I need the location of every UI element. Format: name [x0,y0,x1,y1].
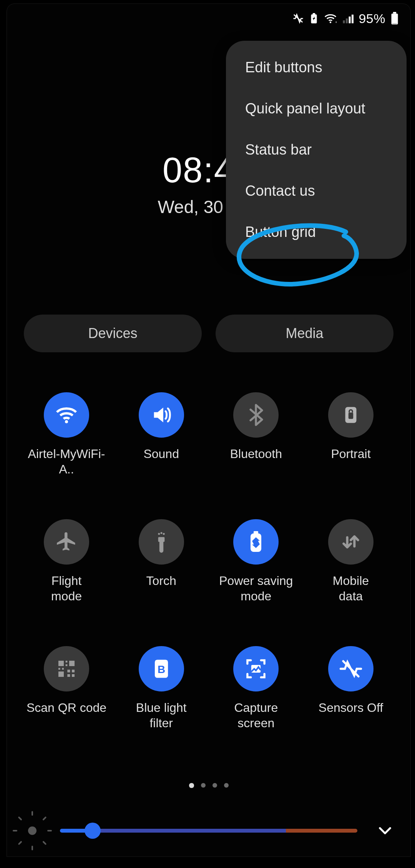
toggle-power-saving-label: Power saving mode [219,573,293,604]
toggle-qr-scan[interactable]: Scan QR code [22,646,111,731]
activity-icon [292,13,304,24]
brightness-slider[interactable] [60,829,357,833]
media-button[interactable]: Media [216,315,393,352]
toggle-capture-label: Capture screen [234,700,278,731]
brightness-slider-thumb[interactable] [85,823,101,839]
svg-rect-20 [58,661,64,666]
page-dot-2 [201,783,206,788]
svg-point-16 [160,532,162,534]
menu-status-bar[interactable]: Status bar [226,129,407,170]
toggle-capture-screen[interactable]: Capture screen [212,646,300,731]
svg-rect-4 [343,20,345,23]
svg-rect-10 [392,23,397,24]
toggle-bluetooth[interactable]: Bluetooth [212,392,300,477]
toggle-rotation[interactable]: Portrait [307,392,395,477]
svg-rect-21 [69,661,75,666]
battery-saver-icon [309,13,319,24]
wifi-toggle-icon [44,392,89,438]
menu-edit-buttons-label: Edit buttons [245,59,322,75]
toggle-rotation-label: Portrait [331,446,370,461]
pill-row: Devices Media [24,315,393,352]
svg-rect-22 [58,671,64,677]
svg-rect-19 [254,531,258,534]
quick-toggle-grid: Airtel-MyWiFi-A.. Sound [7,392,410,731]
devices-label: Devices [88,325,137,342]
expand-brightness-button[interactable] [375,821,395,841]
toggle-row-1: Flight mode Torch [22,519,395,604]
blue-light-icon: B [139,646,184,691]
toggle-flight-label: Flight mode [51,573,82,604]
page-dot-3 [212,783,217,788]
torch-icon [139,519,184,565]
svg-point-2 [330,22,332,23]
auto-brightness-icon[interactable] [22,821,42,841]
menu-contact-us-label: Contact us [245,183,315,199]
devices-button[interactable]: Devices [24,315,202,352]
svg-rect-29 [58,668,60,670]
svg-point-15 [158,533,160,535]
svg-rect-27 [66,661,68,663]
airplane-icon [44,519,89,565]
page-dot-4 [224,783,229,788]
toggle-mobile-data[interactable]: Mobile data [307,519,395,604]
quick-panel-context-menu: Edit buttons Quick panel layout Status b… [226,41,407,259]
brightness-row [22,819,395,842]
bluetooth-toggle-icon [233,392,279,438]
toggle-sound-label: Sound [143,446,179,461]
wifi-icon: + [324,13,337,24]
toggle-sound[interactable]: Sound [117,392,206,477]
toggle-sensors-off-label: Sensors Off [319,700,383,715]
toggle-torch-label: Torch [146,573,176,588]
menu-button-grid[interactable]: Button grid [226,212,407,253]
svg-rect-1 [313,13,315,15]
svg-point-11 [65,420,68,423]
toggle-sensors-off[interactable]: Sensors Off [307,646,395,731]
svg-rect-24 [72,670,75,672]
svg-text:B: B [158,663,165,675]
battery-icon [390,12,399,25]
toggle-row-2: Scan QR code B Blue light filter [22,646,395,731]
media-label: Media [286,325,323,342]
svg-rect-23 [67,670,70,672]
svg-rect-9 [393,12,397,13]
svg-rect-8 [392,13,398,24]
toggle-power-saving[interactable]: Power saving mode [212,519,300,604]
menu-quick-panel-layout-label: Quick panel layout [245,100,365,117]
capture-screen-icon [233,646,279,691]
status-bar: + 95% [292,8,399,29]
toggle-bluetooth-label: Bluetooth [230,446,282,461]
menu-quick-panel-layout[interactable]: Quick panel layout [226,88,407,129]
svg-rect-30 [62,668,64,670]
toggle-wifi-label: Airtel-MyWiFi-A.. [22,446,111,477]
toggle-blue-light-label: Blue light filter [136,700,187,731]
page-indicator[interactable] [7,783,410,788]
menu-edit-buttons[interactable]: Edit buttons [226,47,407,88]
signal-icon [342,13,354,24]
svg-point-17 [163,533,164,535]
sensors-off-icon [328,646,374,691]
svg-rect-14 [158,537,164,542]
svg-rect-7 [352,15,354,23]
svg-rect-26 [72,674,75,677]
page-dot-1 [189,783,194,788]
notification-panel: + 95% 08:42 [7,4,410,856]
svg-rect-28 [66,664,68,666]
device-root: + 95% 08:42 [0,0,415,868]
svg-rect-6 [349,17,351,23]
svg-rect-25 [67,674,70,677]
menu-contact-us[interactable]: Contact us [226,170,407,212]
qr-icon [44,646,89,691]
toggle-flight-mode[interactable]: Flight mode [22,519,111,604]
svg-rect-5 [346,18,348,23]
toggle-torch[interactable]: Torch [117,519,206,604]
menu-button-grid-label: Button grid [245,224,316,240]
toggle-blue-light[interactable]: B Blue light filter [117,646,206,731]
toggle-row-0: Airtel-MyWiFi-A.. Sound [22,392,395,477]
sound-toggle-icon [139,392,184,438]
svg-rect-13 [349,413,353,419]
toggle-wifi[interactable]: Airtel-MyWiFi-A.. [22,392,111,477]
mobile-data-icon [328,519,374,565]
menu-status-bar-label: Status bar [245,142,312,158]
battery-percent: 95% [359,11,385,26]
power-saving-icon [233,519,279,565]
